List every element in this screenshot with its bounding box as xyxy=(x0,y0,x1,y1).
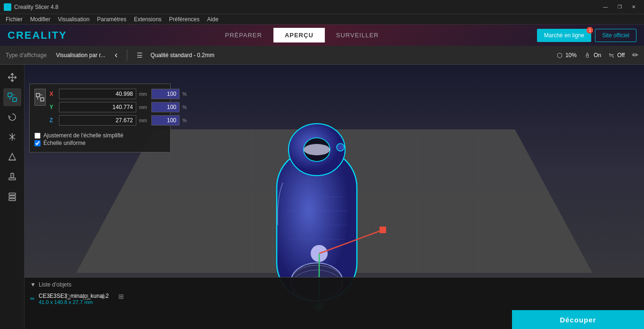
adhesion-icon: ≒ xyxy=(609,51,614,59)
decouper-button[interactable]: Découper xyxy=(512,310,644,329)
bottom-icon-1[interactable]: ⬡ xyxy=(60,290,74,303)
minimize-button[interactable]: — xyxy=(599,2,612,12)
svg-rect-9 xyxy=(9,196,16,198)
y-label: Y xyxy=(50,104,56,110)
uniform-scale-label: Échelle uniforme xyxy=(43,140,85,146)
toolbar-right: ⬡ 10% 🕯 On ≒ Off ✏ xyxy=(557,51,638,59)
z-axis-row: Z mm % xyxy=(50,115,187,126)
display-type-label: Type d'affichage xyxy=(6,52,47,59)
adhesion-value[interactable]: Off xyxy=(617,52,625,59)
objects-list-header[interactable]: ▼ Liste d'objets xyxy=(30,281,638,288)
objects-list-title: Liste d'objets xyxy=(39,281,72,288)
menu-fichier[interactable]: Fichier xyxy=(2,15,26,24)
simplified-scale-row: Ajustement de l'échelle simplifié xyxy=(34,132,165,139)
viewport-3d[interactable]: X mm % Y mm % Z xyxy=(25,65,644,329)
nav-right-buttons: Marché en ligne 1 Site officiel xyxy=(537,29,636,42)
x-axis-row: X mm % xyxy=(50,89,187,99)
bottom-icon-4[interactable]: ⊞ xyxy=(114,290,128,303)
z-value-input[interactable] xyxy=(59,115,136,126)
x-unit: mm xyxy=(139,92,149,97)
y-pct-input[interactable] xyxy=(151,102,180,112)
simplified-scale-label: Ajustement de l'échelle simplifié xyxy=(43,132,124,139)
pencil-icon[interactable]: ✏ xyxy=(632,51,638,59)
x-pct-input[interactable] xyxy=(151,89,180,99)
svg-point-16 xyxy=(304,144,330,155)
menu-extensions[interactable]: Extensions xyxy=(130,15,165,24)
support-value[interactable]: On xyxy=(594,52,601,59)
menu-visualisation[interactable]: Visualisation xyxy=(54,15,93,24)
titlebar-left: Creality Slicer 4.8 xyxy=(4,3,58,11)
menu-aide[interactable]: Aide xyxy=(203,15,222,24)
close-button[interactable]: ✕ xyxy=(627,2,640,12)
quality-icon: ☰ xyxy=(137,51,143,59)
svg-rect-2 xyxy=(13,98,17,101)
tab-surveiller[interactable]: SURVEILLER xyxy=(325,28,390,42)
infill-stat: ⬡ 10% xyxy=(557,51,577,59)
svg-rect-34 xyxy=(41,98,44,101)
uniform-scale-checkbox[interactable] xyxy=(34,140,41,146)
z-pct-label: % xyxy=(182,118,187,123)
quality-label: Qualité standard - 0.2mm xyxy=(150,52,214,59)
tab-apercu[interactable]: APERÇU xyxy=(273,28,325,42)
sidebar-move-tool[interactable] xyxy=(3,68,21,86)
x-pct-label: % xyxy=(182,92,187,97)
infill-value: 10% xyxy=(565,52,577,59)
site-officiel-button[interactable]: Site officiel xyxy=(595,29,636,42)
app-title: Creality Slicer 4.8 xyxy=(14,4,58,10)
display-type-value: Visualisation par r... xyxy=(56,52,106,59)
bottom-icon-2[interactable]: ◱ xyxy=(78,290,92,303)
sidebar-mirror-tool[interactable] xyxy=(3,128,21,146)
tab-preparer[interactable]: PRÉPARER xyxy=(214,28,273,42)
brand-logo: CREALITY xyxy=(8,29,67,42)
toolbar: Type d'affichage Visualisation par r... … xyxy=(0,46,644,65)
toolbar-divider xyxy=(127,50,127,61)
y-value-input[interactable] xyxy=(59,102,136,112)
transform-panel: X mm % Y mm % Z xyxy=(29,84,171,152)
z-label: Z xyxy=(50,117,56,124)
support-stat: 🕯 On xyxy=(584,51,601,59)
x-value-input[interactable] xyxy=(59,89,136,99)
svg-rect-10 xyxy=(9,199,16,201)
transform-icon-button[interactable] xyxy=(34,89,46,106)
sidebar-support-tool[interactable] xyxy=(3,168,21,186)
support-icon: 🕯 xyxy=(584,51,591,59)
display-type-arrow[interactable]: ‹ xyxy=(115,50,117,60)
main-area: X mm % Y mm % Z xyxy=(0,65,644,329)
y-axis-row: Y mm % xyxy=(50,102,187,112)
simplified-scale-checkbox[interactable] xyxy=(34,133,41,139)
menubar: Fichier Modifier Visualisation Paramètre… xyxy=(0,14,644,25)
notification-badge: 1 xyxy=(586,27,593,34)
svg-marker-3 xyxy=(9,153,16,160)
svg-point-0 xyxy=(5,5,10,9)
bottom-icon-3[interactable]: ⊕ xyxy=(96,290,110,303)
chevron-down-icon: ▼ xyxy=(30,281,36,288)
uniform-scale-row: Échelle uniforme xyxy=(34,140,165,146)
sidebar-scale-tool[interactable] xyxy=(3,88,21,106)
z-pct-input[interactable] xyxy=(151,115,180,126)
menu-preferences[interactable]: Préférences xyxy=(165,15,204,24)
marche-en-ligne-wrapper: Marché en ligne 1 xyxy=(537,29,591,42)
menu-parametres[interactable]: Paramètres xyxy=(93,15,130,24)
left-sidebar xyxy=(0,65,25,329)
svg-rect-1 xyxy=(8,93,12,97)
sidebar-rotate-tool[interactable] xyxy=(3,108,21,126)
nav-tabs: PRÉPARER APERÇU SURVEILLER xyxy=(214,28,390,42)
navbar: CREALITY PRÉPARER APERÇU SURVEILLER Marc… xyxy=(0,25,644,46)
marche-en-ligne-button[interactable]: Marché en ligne xyxy=(537,29,591,42)
sidebar-cut-tool[interactable] xyxy=(3,148,21,166)
titlebar: Creality Slicer 4.8 — ❐ ✕ xyxy=(0,0,644,14)
x-label: X xyxy=(50,91,56,97)
bottom-action-icons: ⬡ ◱ ⊕ ⊞ xyxy=(55,288,644,304)
adhesion-stat: ≒ Off xyxy=(609,51,625,59)
sidebar-layer-tool[interactable] xyxy=(3,187,21,205)
maximize-button[interactable]: ❐ xyxy=(613,2,626,12)
menu-modifier[interactable]: Modifier xyxy=(26,15,54,24)
svg-rect-8 xyxy=(9,193,16,195)
svg-point-32 xyxy=(337,143,344,151)
edit-object-icon[interactable]: ✏ xyxy=(30,295,35,302)
y-unit: mm xyxy=(139,105,149,110)
app-icon xyxy=(4,3,11,11)
infill-icon: ⬡ xyxy=(557,51,562,59)
z-unit: mm xyxy=(139,118,149,123)
window-controls: — ❐ ✕ xyxy=(599,2,640,12)
